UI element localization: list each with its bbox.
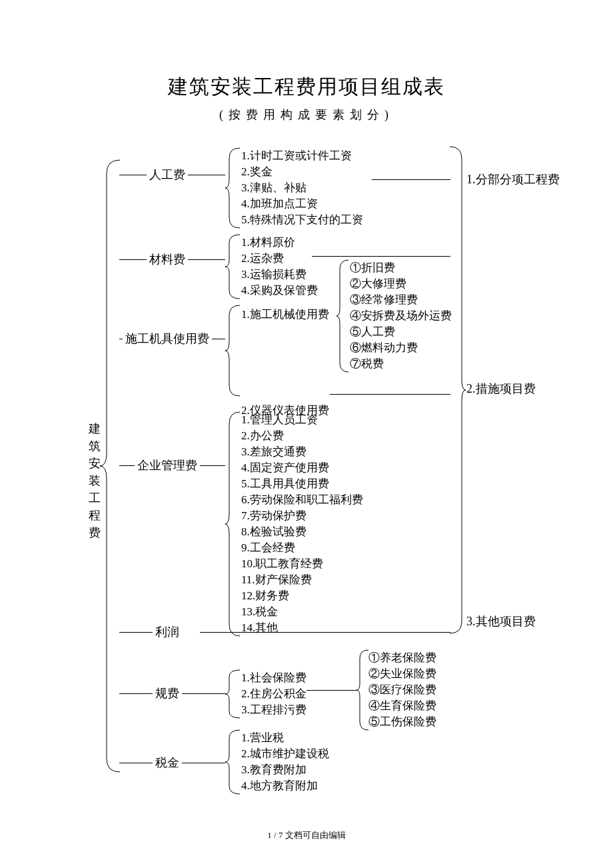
list-item: 3.运输损耗费 (241, 267, 318, 283)
hline-right-2 (312, 256, 450, 257)
root-brace (100, 160, 120, 772)
root-label: 建筑安装工程费 (88, 420, 101, 541)
hline-mid-企业管理费 (200, 465, 225, 466)
machine-sub-items: ①折旧费②大修理费③经常修理费④安拆费及场外运费⑤人工费⑥燃料动力费⑦税费 (350, 260, 452, 372)
right-item: 3.其他项目费 (466, 613, 536, 629)
hline-left-人工费 (119, 175, 147, 175)
list-item (241, 355, 329, 371)
category-税金: 税金 (155, 755, 179, 770)
category-材料费: 材料费 (149, 252, 185, 267)
list-item: 5.工具用具使用费 (241, 476, 363, 492)
fee-brace (225, 670, 240, 718)
list-item: 4.采购及保管费 (241, 283, 318, 299)
list-item: 1.社会保险费 (241, 670, 306, 686)
list-item: ⑦税费 (350, 356, 452, 372)
list-item: 2.奖金 (241, 164, 363, 180)
labor-brace (225, 148, 240, 228)
list-item: 4.固定资产使用费 (241, 460, 363, 476)
fee-sub-brace (356, 650, 368, 730)
hline-right-1 (372, 179, 450, 180)
list-item: 1.管理人员工资 (241, 412, 363, 428)
right-item: 2.措施项目费 (466, 381, 536, 397)
doc-title: 建筑安装工程费用项目组成表 (0, 73, 613, 101)
list-item: 6.劳动保险和职工福利费 (241, 492, 363, 508)
list-item: ②大修理费 (350, 276, 452, 292)
material-brace (225, 235, 240, 299)
doc-subtitle: (按费用构成要素划分) (0, 107, 613, 123)
hline-left-税金 (119, 763, 153, 763)
list-item: ①折旧费 (350, 260, 452, 276)
list-item: 2.城市维护建设税 (241, 746, 329, 762)
hline-mid-规费 (182, 693, 225, 694)
hline-left-利润 (119, 632, 153, 633)
list-item: 11.财产保险费 (241, 572, 363, 588)
tax-brace (225, 730, 240, 794)
hline-left-材料费 (119, 259, 147, 260)
list-item: ④生育保险费 (368, 698, 436, 714)
list-item: 12.财务费 (241, 588, 363, 604)
list-item: 4.加班加点工资 (241, 196, 363, 212)
list-item: 1.计时工资或计件工资 (241, 148, 363, 164)
list-item: ⑥燃料动力费 (350, 340, 452, 356)
machine-brace (225, 305, 240, 396)
right-brace (450, 147, 466, 633)
category-施工机具使用费: 施工机具使用费 (125, 331, 209, 346)
hline-left-规费 (119, 693, 153, 694)
list-item: 13.税金 (241, 604, 363, 620)
category-利润: 利润 (155, 625, 179, 639)
list-item (241, 323, 329, 339)
list-item: 1.营业税 (241, 730, 329, 746)
list-item (241, 371, 329, 387)
category-规费: 规费 (155, 686, 179, 701)
list-item: ⑤工伤保险费 (368, 714, 436, 730)
tax-items: 1.营业税2.城市维护建设税3.教育费附加4.地方教育附加 (241, 730, 329, 794)
list-item: 2.住房公积金 (241, 686, 306, 702)
list-item: 9.工会经费 (241, 540, 363, 556)
list-item: 2.办公费 (241, 428, 363, 444)
list-item: ⑤人工费 (350, 324, 452, 340)
hline-mid-税金 (182, 763, 225, 763)
right-item: 1.分部分项工程费 (466, 171, 560, 187)
list-item: ④安拆费及场外运费 (350, 308, 452, 324)
list-item: 4.地方教育附加 (241, 778, 329, 794)
page-footer: 1 / 7 文档可自由编辑 (0, 829, 613, 841)
labor-cost-items: 1.计时工资或计件工资2.奖金3.津贴、补贴4.加班加点工资5.特殊情况下支付的… (241, 148, 363, 228)
list-item: 10.职工教育经费 (241, 556, 363, 572)
category-企业管理费: 企业管理费 (137, 458, 197, 473)
list-item (241, 387, 329, 403)
list-item: 5.特殊情况下支付的工资 (241, 212, 363, 228)
hline-mid-施工机具使用费 (212, 339, 225, 339)
list-item: 8.检验试验费 (241, 524, 363, 540)
hline-feesub (306, 690, 356, 691)
list-item: ③经常修理费 (350, 292, 452, 308)
list-item: 2.运杂费 (241, 251, 318, 267)
list-item: 3.教育费附加 (241, 762, 329, 778)
hline-right-4 (200, 632, 450, 633)
management-cost-items: 1.管理人员工资2.办公费3.差旅交通费4.固定资产使用费5.工具用具使用费6.… (241, 412, 363, 636)
list-item: ②失业保险费 (368, 666, 436, 682)
hline-mid-人工费 (188, 175, 225, 175)
statutory-fee-items: 1.社会保险费2.住房公积金3.工程排污费 (241, 670, 306, 718)
machine-cost-items: 1.施工机械使用费 2.仪器仪表使用费 (241, 307, 329, 419)
list-item: ③医疗保险费 (368, 682, 436, 698)
insurance-sub-items: ①养老保险费②失业保险费③医疗保险费④生育保险费⑤工伤保险费 (368, 650, 436, 730)
list-item: 3.津贴、补贴 (241, 180, 363, 196)
list-item: ①养老保险费 (368, 650, 436, 666)
hline-right-3 (330, 394, 450, 395)
category-人工费: 人工费 (149, 167, 185, 182)
list-item: 3.差旅交通费 (241, 444, 363, 460)
hline-left-企业管理费 (119, 465, 135, 466)
machine-sub-brace (336, 260, 348, 372)
hline-left-施工机具使用费 (119, 339, 123, 339)
material-cost-items: 1.材料原价2.运杂费3.运输损耗费4.采购及保管费 (241, 235, 318, 299)
list-item: 1.材料原价 (241, 235, 318, 251)
list-item: 1.施工机械使用费 (241, 307, 329, 323)
list-item: 3.工程排污费 (241, 702, 306, 718)
list-item (241, 339, 329, 355)
hline-mid-材料费 (188, 259, 225, 260)
manage-brace (225, 412, 240, 636)
list-item: 14.其他 (241, 620, 363, 636)
list-item: 7.劳动保护费 (241, 508, 363, 524)
